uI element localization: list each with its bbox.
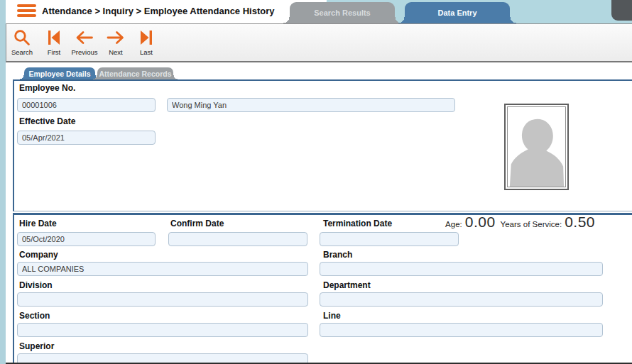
photo-silhouette-icon (508, 107, 565, 187)
previous-button-label: Previous (72, 48, 98, 56)
tab-attendance-records-label: Attendance Records (99, 70, 171, 78)
next-icon (106, 28, 126, 47)
employee-name-input[interactable] (167, 98, 455, 112)
line-input[interactable] (320, 323, 603, 337)
department-label: Department (323, 280, 371, 290)
effective-date-label: Effective Date (19, 116, 75, 126)
employee-no-label: Employee No. (19, 83, 75, 93)
tab-employee-details[interactable]: Employee Details (24, 67, 95, 79)
confirm-date-input[interactable] (168, 232, 307, 246)
tab-data-entry-label: Data Entry (437, 9, 476, 17)
previous-button[interactable]: Previous (72, 28, 98, 56)
hire-date-label: Hire Date (19, 219, 57, 228)
division-input[interactable] (17, 292, 308, 307)
previous-icon (75, 28, 94, 47)
last-button-label: Last (140, 48, 153, 56)
window-corner-tab (611, 0, 632, 21)
page-left-strip (0, 0, 6, 364)
age-service-summary: Age: 0.00 Years of Service: 0.50 (445, 214, 595, 231)
superior-label: Superior (19, 341, 54, 351)
employee-attendance-history-screen: { "header": { "breadcrumb": "Attendance … (0, 0, 632, 364)
tab-search-results[interactable]: Search Results (290, 2, 395, 23)
breadcrumb: Attendance > Inquiry > Employee Attendan… (42, 6, 275, 16)
tab-search-results-label: Search Results (314, 9, 370, 17)
hire-date-input[interactable] (17, 232, 156, 246)
age-label: Age: (445, 220, 462, 228)
termination-date-input[interactable] (320, 232, 459, 246)
next-button-label: Next (109, 48, 123, 56)
section-label: Section (19, 311, 50, 321)
tab-employee-details-label: Employee Details (29, 70, 91, 78)
department-input[interactable] (320, 292, 603, 307)
employee-photo-frame (504, 104, 569, 190)
search-button-label: Search (11, 48, 33, 56)
first-button-label: First (48, 48, 60, 56)
last-icon (138, 28, 155, 47)
search-button[interactable]: Search (11, 28, 33, 56)
employee-photo (507, 106, 566, 187)
confirm-date-label: Confirm Date (170, 219, 224, 228)
effective-date-input[interactable] (17, 131, 156, 145)
division-label: Division (19, 280, 53, 290)
section-input[interactable] (17, 323, 308, 337)
termination-date-label: Termination Date (323, 219, 392, 228)
age-value: 0.00 (465, 214, 496, 231)
branch-input[interactable] (320, 262, 603, 276)
tab-attendance-records[interactable]: Attendance Records (97, 67, 173, 79)
hamburger-menu-icon[interactable] (17, 4, 36, 19)
last-button[interactable]: Last (138, 28, 155, 56)
first-icon (45, 28, 62, 47)
search-icon (13, 28, 31, 47)
company-label: Company (19, 250, 58, 260)
toolbar: Search First Previous Next (6, 23, 632, 62)
first-button[interactable]: First (45, 28, 62, 56)
employee-no-input[interactable] (17, 98, 156, 112)
years-of-service-value: 0.50 (565, 214, 595, 231)
next-button[interactable]: Next (106, 28, 126, 56)
line-label: Line (323, 311, 341, 321)
tab-data-entry[interactable]: Data Entry (405, 2, 510, 23)
years-of-service-label: Years of Service: (501, 220, 562, 228)
company-input[interactable] (17, 262, 308, 276)
branch-label: Branch (323, 250, 352, 260)
